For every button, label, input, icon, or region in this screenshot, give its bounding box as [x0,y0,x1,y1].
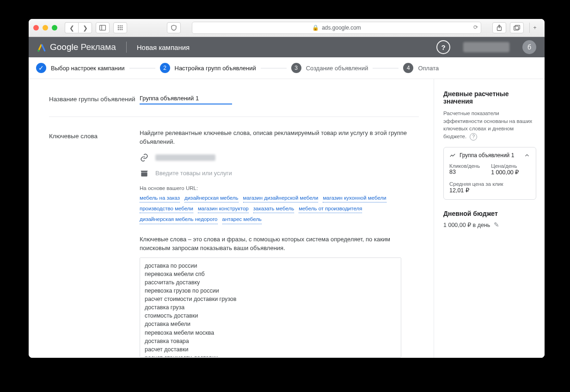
brand-google: Google [50,42,78,52]
site-url-redacted[interactable] [155,154,215,161]
address-url: ads.google.com [322,24,361,31]
keywords-textarea[interactable] [140,257,401,357]
help-button[interactable]: ? [436,40,450,54]
url-input-row [140,153,419,162]
estimate-card-title: Группа объявлений 1 [460,152,514,159]
adgroup-name-row: Название группы объявлений [49,92,419,104]
section-divider [49,116,419,117]
keywords-desc: Ключевые слова – это слова и фразы, с по… [140,235,398,253]
cpc-label: Средняя цена за клик [449,181,530,187]
svg-rect-12 [514,26,519,31]
products-placeholder[interactable]: Введите товары или услуги [155,170,232,177]
page-title: Новая кампания [137,43,190,51]
page-body: Название группы объявлений Ключевые слов… [29,79,545,358]
svg-point-4 [122,25,123,27]
safari-toolbar: ❮ ❯ 🔒 ads.google.com ⟳ + [29,19,545,37]
address-bar[interactable]: 🔒 ads.google.com ⟳ [192,22,481,34]
window-minimize-button[interactable] [43,25,48,31]
keyword-suggestion[interactable]: антарес мебель [222,215,262,224]
share-button[interactable] [492,22,506,33]
window-controls [33,25,57,31]
svg-point-14 [37,50,39,52]
step-2-label: Настройка групп объявлений [175,65,256,72]
step-2[interactable]: 2 Настройка групп объявлений [160,63,256,73]
campaign-stepper: ✓ Выбор настроек кампании 2 Настройка гр… [29,57,545,79]
daily-estimates-sub: Расчетные показатели эффективности основ… [443,110,536,141]
svg-point-3 [120,25,121,27]
price-label: Цена/день [491,163,519,169]
cpc-value: 12,01 ₽ [449,187,530,194]
brand-product: Реклама [81,42,116,52]
app-brand: Google Реклама [37,42,116,52]
svg-point-10 [122,29,123,31]
keyword-suggestion[interactable]: мебель от производителя [299,204,362,213]
new-tab-button[interactable]: + [529,23,540,33]
link-icon [140,153,149,162]
step-3-number: 3 [291,63,301,73]
svg-point-2 [118,25,119,27]
price-value: 1 000,00 ₽ [491,169,519,176]
nav-back-button[interactable]: ❮ [65,22,78,33]
tabs-overview-button[interactable] [510,22,524,33]
tab-grid-button[interactable] [113,22,127,33]
svg-point-8 [118,29,119,31]
browser-window: ❮ ❯ 🔒 ads.google.com ⟳ + [29,19,545,358]
clicks-label: Кликов/день [449,163,480,169]
keyword-suggestion[interactable]: заказать мебель [253,204,294,213]
daily-budget-value: 1 000,00 ₽ в день [443,221,490,228]
keyword-suggestion[interactable]: дизайнерская мебель [184,194,239,202]
nav-back-forward: ❮ ❯ [65,22,92,33]
step-2-number: 2 [160,63,170,73]
sidebar-toggle-button[interactable] [96,22,110,33]
google-ads-icon [37,43,45,51]
avatar[interactable]: б [522,40,536,54]
url-base-label: На основе вашего URL: [140,185,198,191]
right-rail: Дневные расчетные значения Расчетные пок… [434,79,545,358]
app-root: Google Реклама Новая кампания ? б ✓ Выбо… [29,37,545,358]
step-1[interactable]: ✓ Выбор настроек кампании [36,63,125,73]
step-4-label: Оплата [418,65,439,72]
adgroup-name-input[interactable] [140,92,232,104]
products-input-row: Введите товары или услуги [140,169,419,178]
keywords-section: Ключевые слова Найдите релевантные ключе… [49,129,419,358]
svg-point-7 [122,27,123,29]
info-icon[interactable]: ? [470,133,477,141]
svg-rect-13 [515,25,520,30]
svg-point-9 [120,29,121,31]
main-panel: Название группы объявлений Ключевые слов… [29,79,434,358]
keyword-suggestion[interactable]: производство мебели [140,204,193,213]
storefront-icon [140,169,149,178]
svg-point-5 [118,27,119,29]
step-4-number: 4 [403,63,413,73]
adgroup-name-label: Название группы объявлений [49,92,140,103]
window-zoom-button[interactable] [52,25,57,31]
keyword-suggestion[interactable]: магазин конструктор [198,204,249,213]
keyword-suggestion[interactable]: магазин дизайнерской мебели [243,194,319,202]
keyword-suggestion[interactable]: мебель на заказ [140,194,180,202]
daily-estimates-title: Дневные расчетные значения [443,90,536,105]
reload-icon[interactable]: ⟳ [473,24,478,31]
keyword-suggestions: мебель на заказдизайнерская мебельмагази… [140,194,398,224]
step-4[interactable]: 4 Оплата [403,63,439,73]
step-3-label: Создание объявлений [306,65,368,72]
privacy-report-button[interactable] [167,22,181,33]
step-connector [373,68,398,68]
step-1-label: Выбор настроек кампании [51,65,125,72]
check-icon: ✓ [36,63,46,73]
step-connector [261,68,287,68]
window-close-button[interactable] [33,25,39,31]
keywords-find-desc: Найдите релевантные ключевые слова, опис… [140,129,417,147]
edit-budget-button[interactable]: ✎ [494,221,499,228]
header-divider [126,42,127,53]
account-switcher[interactable] [463,42,509,52]
keyword-suggestion[interactable]: магазин кухонной мебели [323,194,386,202]
estimate-card: Группа объявлений 1 Кликов/день 83 Цена/… [443,147,536,200]
lock-icon: 🔒 [312,24,319,31]
keyword-suggestion[interactable]: дизайнерская мебель недорого [140,215,218,224]
nav-forward-button[interactable]: ❯ [78,22,92,33]
step-3[interactable]: 3 Создание объявлений [291,63,368,73]
chevron-up-icon[interactable] [524,152,530,159]
step-connector [129,68,155,68]
svg-point-6 [120,27,121,29]
daily-budget-title: Дневной бюджет [443,210,536,217]
